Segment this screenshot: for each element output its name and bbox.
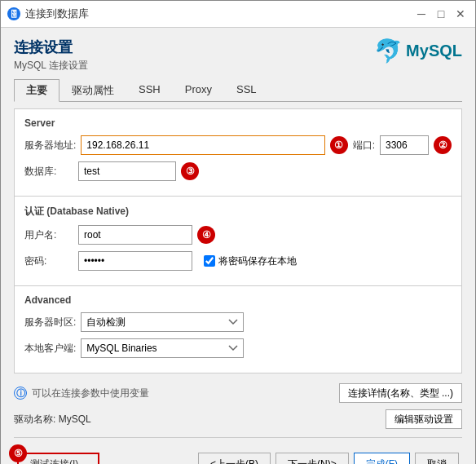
tab-ssh[interactable]: SSH — [126, 79, 173, 102]
connection-detail-button[interactable]: 连接详情(名称、类型 ...) — [339, 383, 462, 403]
footer-right: <上一步(B) 下一步(N)> 完成(F) 取消 — [198, 453, 459, 464]
test-connection-button[interactable]: 测试连接(I)... — [17, 453, 99, 464]
driver-text: 驱动名称: MySQL — [14, 413, 91, 426]
auth-section-title: 认证 (Database Native) — [24, 205, 452, 219]
save-password-row: 将密码保存在本地 — [204, 254, 297, 268]
title-bar-controls: ─ □ ✕ — [413, 6, 469, 22]
save-password-label: 将密码保存在本地 — [218, 254, 297, 268]
tab-driver[interactable]: 驱动属性 — [60, 79, 126, 102]
server-address-input[interactable] — [81, 135, 324, 155]
maximize-button[interactable]: □ — [433, 6, 449, 22]
window-title: 连接到数据库 — [25, 7, 89, 21]
db-icon: 🗄 — [7, 7, 20, 20]
client-label: 本地客户端: — [24, 342, 76, 356]
header-section: 连接设置 MySQL 连接设置 🐬 MySQL — [14, 38, 462, 73]
port-label: 端口: — [353, 139, 375, 152]
password-row: 密码: 将密码保存在本地 — [24, 251, 452, 271]
title-bar-left: 🗄 连接到数据库 — [7, 7, 89, 21]
driver-row: 驱动名称: MySQL 编辑驱动设置 — [14, 409, 462, 429]
server-address-label: 服务器地址: — [24, 139, 76, 152]
mysql-logo: 🐬 MySQL — [374, 38, 462, 64]
timezone-label: 服务器时区: — [24, 316, 76, 329]
badge-1: ① — [330, 136, 348, 154]
footer-divider — [14, 437, 462, 438]
badge-5: ⑤ — [9, 444, 27, 462]
advanced-section-title: Advanced — [24, 294, 452, 306]
next-button[interactable]: 下一步(N)> — [275, 453, 349, 464]
database-input[interactable] — [78, 161, 176, 181]
info-icon: ⓘ — [14, 387, 27, 400]
client-select[interactable]: MySQL Binaries Other — [81, 338, 244, 358]
tab-main[interactable]: 主要 — [14, 79, 60, 102]
timezone-row: 服务器时区: 自动检测 UTC Asia/Shanghai — [24, 312, 452, 332]
username-input[interactable] — [78, 225, 192, 245]
tab-ssl[interactable]: SSL — [224, 79, 269, 102]
username-label: 用户名: — [24, 228, 73, 242]
tab-bar: 主要 驱动属性 SSH Proxy SSL — [14, 79, 462, 102]
dolphin-icon: 🐬 — [374, 38, 403, 64]
badge-3: ③ — [181, 162, 199, 180]
main-window: 🗄 连接到数据库 ─ □ ✕ 连接设置 MySQL 连接设置 🐬 MySQL 主… — [0, 0, 476, 464]
cancel-button[interactable]: 取消 — [415, 453, 459, 464]
port-input[interactable] — [380, 135, 429, 155]
dialog-content: 连接设置 MySQL 连接设置 🐬 MySQL 主要 驱动属性 SSH Prox… — [1, 28, 475, 464]
tab-proxy[interactable]: Proxy — [173, 79, 224, 102]
title-bar: 🗄 连接到数据库 ─ □ ✕ — [1, 1, 475, 28]
info-text: 可以在连接参数中使用变量 — [32, 387, 149, 400]
badge-2: ② — [434, 136, 452, 154]
save-password-checkbox[interactable] — [204, 255, 215, 267]
database-label: 数据库: — [24, 165, 73, 179]
server-section-title: Server — [24, 117, 452, 129]
header-title: 连接设置 — [14, 38, 88, 57]
client-row: 本地客户端: MySQL Binaries Other — [24, 338, 452, 358]
timezone-select[interactable]: 自动检测 UTC Asia/Shanghai — [81, 312, 244, 332]
mysql-logo-text: MySQL — [406, 42, 462, 60]
auth-section: 认证 (Database Native) 用户名: ④ 密码: 将密码保存在本地 — [14, 197, 462, 286]
close-button[interactable]: ✕ — [452, 6, 469, 22]
info-bar: ⓘ 可以在连接参数中使用变量 连接详情(名称、类型 ...) — [14, 380, 462, 406]
password-label: 密码: — [24, 254, 73, 268]
header-subtitle: MySQL 连接设置 — [14, 59, 88, 73]
password-input[interactable] — [78, 251, 192, 271]
footer-left: ⑤ 测试连接(I)... — [17, 453, 99, 464]
header-text: 连接设置 MySQL 连接设置 — [14, 38, 88, 73]
minimize-button[interactable]: ─ — [413, 6, 430, 22]
username-row: 用户名: ④ — [24, 225, 452, 245]
server-section: Server 服务器地址: ① 端口: ② 数据库: ③ — [14, 108, 462, 197]
database-row: 数据库: ③ — [24, 161, 452, 181]
badge-4: ④ — [197, 226, 215, 244]
prev-button[interactable]: <上一步(B) — [198, 453, 271, 464]
footer-buttons: ⑤ 测试连接(I)... <上一步(B) 下一步(N)> 完成(F) 取消 — [14, 446, 462, 464]
info-left: ⓘ 可以在连接参数中使用变量 — [14, 387, 149, 400]
finish-button[interactable]: 完成(F) — [354, 453, 410, 464]
test-btn-container: ⑤ 测试连接(I)... — [17, 453, 99, 464]
edit-driver-button[interactable]: 编辑驱动设置 — [386, 409, 462, 429]
server-address-row: 服务器地址: ① 端口: ② — [24, 135, 452, 155]
advanced-section: Advanced 服务器时区: 自动检测 UTC Asia/Shanghai 本… — [14, 286, 462, 373]
